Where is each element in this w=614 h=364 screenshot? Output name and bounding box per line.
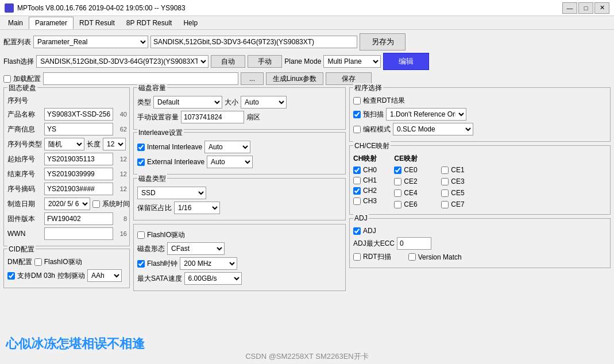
check-rdt-checkbox[interactable] [353, 97, 361, 104]
three-col-layout: 固态硬盘 序列号 产品名称 40 产商信息 [3, 87, 611, 293]
edit-mode-select[interactable]: 0.SLC Mode [393, 123, 473, 135]
rdt-scan-checkbox[interactable] [353, 253, 361, 261]
internal-interleave-row: Internal Interleave Auto [137, 141, 342, 153]
reserve-select[interactable]: 1/16 [174, 202, 220, 214]
menu-8p-rdt[interactable]: 8P RDT Result [121, 17, 178, 29]
ce0-checkbox[interactable] [394, 166, 401, 174]
flashio-disk-checkbox[interactable] [137, 231, 145, 239]
product-input[interactable] [44, 108, 113, 121]
end-serial-input[interactable] [44, 168, 113, 180]
flash-label: Flash选择 [3, 57, 34, 67]
manual-capacity-input[interactable] [181, 111, 244, 123]
ce7-checkbox[interactable] [441, 201, 449, 208]
serial-mask-input[interactable] [44, 183, 113, 195]
disk-type-val-select[interactable]: SSD [137, 187, 206, 199]
ch0-checkbox[interactable] [353, 166, 361, 174]
cid-group: CID配置 DM配置 FlashIO驱动 支持DM 03h 控制驱动 AAh [3, 249, 130, 288]
ce1-checkbox[interactable] [441, 166, 449, 174]
flashio-checkbox[interactable] [34, 258, 42, 266]
menu-rdt-result[interactable]: RDT Result [74, 17, 121, 29]
external-interleave-select[interactable]: Auto [207, 156, 253, 168]
config-name-input[interactable] [150, 36, 357, 48]
config-list-label: 配置列表 [3, 37, 31, 47]
disk-form-group: FlashIO驱动 磁盘形态 CFast Flash时钟 200 MHz [133, 224, 346, 291]
flash-select[interactable]: SANDISK,512Gbit,SD-3DV3-64G(9T23)(YS9083… [36, 55, 208, 68]
sys-time-label: 系统时间 [102, 199, 130, 209]
ch0-label: CH0 [363, 166, 377, 174]
load-config-checkbox[interactable] [3, 75, 11, 83]
prescan-row: 预扫描 1.Don't Reference Original I [353, 108, 607, 121]
control-select[interactable]: AAh [87, 269, 122, 282]
save-as-button[interactable]: 另存为 [360, 33, 406, 51]
check-rdt-row: 检查RDT结果 [353, 96, 607, 106]
flash-row: Flash选择 SANDISK,512Gbit,SD-3DV3-64G(9T23… [3, 53, 611, 70]
prescan-checkbox[interactable] [353, 111, 361, 118]
external-interleave-checkbox[interactable] [137, 158, 145, 166]
disk-type-row: 类型 Default 大小 Auto [137, 96, 342, 109]
end-num: 12 [115, 171, 127, 177]
sector-label: 扇区 [246, 113, 260, 122]
auto-button[interactable]: 自动 [211, 55, 245, 68]
disk-capacity-title: 磁盘容量 [137, 83, 167, 93]
ch1-row: CH1 [353, 176, 377, 184]
disk-type-select[interactable]: Default [153, 96, 222, 109]
maximize-button[interactable]: □ [578, 2, 593, 14]
ce4-checkbox[interactable] [394, 189, 401, 197]
internal-interleave-checkbox[interactable] [137, 144, 145, 151]
sata-select[interactable]: 6.00GB/s [184, 272, 242, 285]
version-match-checkbox[interactable] [408, 253, 416, 261]
minimize-button[interactable]: — [562, 2, 577, 14]
product-row: 产品名称 40 [7, 108, 126, 121]
ce2-checkbox[interactable] [394, 178, 401, 185]
ch3-checkbox[interactable] [353, 198, 361, 205]
manual-button[interactable]: 手动 [248, 55, 282, 68]
left-column: 固态硬盘 序列号 产品名称 40 产商信息 [3, 87, 130, 293]
length-label: 长度 [87, 140, 101, 149]
menu-parameter[interactable]: Parameter [29, 17, 74, 29]
serial-type-select[interactable]: 随机 [44, 138, 84, 150]
prescan-select[interactable]: 1.Don't Reference Original I [386, 108, 466, 121]
interleave-group: Interleave设置 Internal Interleave Auto Ex… [133, 132, 346, 175]
ellipsis-button[interactable]: ... [241, 72, 264, 85]
start-serial-input[interactable] [44, 153, 113, 165]
size-select[interactable]: Auto [241, 96, 287, 109]
wwn-input[interactable] [44, 227, 113, 240]
sata-label: 最大SATA速度 [137, 274, 182, 284]
max-ecc-input[interactable] [397, 237, 431, 250]
wwn-num: 16 [115, 230, 127, 237]
mfg-date-row: 制造日期 2020/ 5/ 6 系统时间 [7, 198, 126, 210]
ch1-checkbox[interactable] [353, 177, 361, 184]
fw-input[interactable] [44, 212, 113, 225]
config-row: 配置列表 Parameter_Real 另存为 [3, 33, 611, 51]
internal-interleave-select[interactable]: Auto [204, 141, 250, 153]
flash-clock-checkbox[interactable] [137, 260, 145, 268]
edit-mode-checkbox[interactable] [353, 126, 361, 133]
dm03h-checkbox[interactable] [7, 272, 15, 280]
length-select[interactable]: 12 [103, 138, 126, 150]
adj-checkbox[interactable] [353, 227, 361, 235]
menu-main[interactable]: Main [2, 17, 29, 29]
middle-column: 磁盘容量 类型 Default 大小 Auto 手动设置容量 [133, 87, 346, 293]
dm03h-label: 支持DM 03h [17, 271, 55, 281]
ce5-checkbox[interactable] [441, 189, 449, 197]
ce3-label: CE3 [451, 177, 464, 185]
ch2-checkbox[interactable] [353, 187, 361, 195]
adj-checkbox-row: ADJ [353, 227, 607, 235]
ce3-checkbox[interactable] [441, 178, 449, 185]
close-button[interactable]: ✕ [594, 2, 609, 14]
flash-clock-select[interactable]: 200 MHz [180, 257, 237, 270]
start-serial-row: 起始序号 12 [7, 153, 126, 165]
vendor-input[interactable] [44, 123, 113, 135]
config-list-select[interactable]: Parameter_Real [33, 36, 148, 48]
edit-button[interactable]: 编辑 [383, 53, 429, 70]
mfg-date-select[interactable]: 2020/ 5/ 6 [44, 198, 90, 210]
disk-form-select[interactable]: CFast [167, 242, 225, 255]
menu-help[interactable]: Help [177, 17, 203, 29]
sys-time-checkbox[interactable] [92, 200, 100, 208]
serial-type-label: 序列号类型 [7, 140, 42, 149]
plane-mode-select[interactable]: Multi Plane [323, 55, 381, 68]
window-title: MPTools V8.00.16.766 2019-04-02 19:05:00… [17, 4, 186, 12]
ce6-checkbox[interactable] [394, 201, 401, 208]
ce-mapping-col: CE映射 CE0 CE1 [394, 154, 487, 211]
gen-linux-button[interactable]: 生成Linux参数 [266, 72, 323, 85]
